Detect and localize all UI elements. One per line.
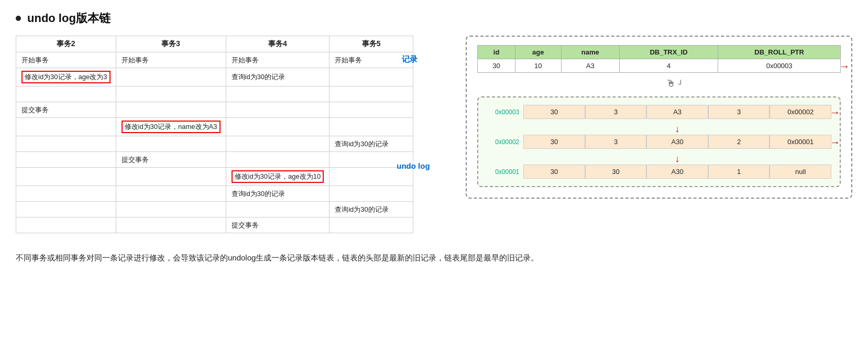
- cell-3-0: 提交事务: [16, 102, 116, 118]
- cell-6-1: 提交事务: [116, 152, 226, 168]
- cell-7-0: [16, 168, 116, 186]
- cell-1-1: [116, 68, 226, 86]
- cell-10-1: [116, 218, 226, 233]
- page-title: undo log版本链: [27, 10, 111, 26]
- highlight-cell-7-2: 修改id为30记录，age改为10: [232, 170, 324, 183]
- description-paragraph: 不同事务或相同事务对同一条记录进行修改，会导致该记录的undolog生成一条记录…: [16, 250, 644, 266]
- record-header-age: age: [515, 46, 561, 59]
- undo-cell-3-2: A30: [646, 165, 708, 179]
- cell-9-0: [16, 202, 116, 218]
- cell-6-0: [16, 152, 116, 168]
- undo-cell-3-4: null: [770, 165, 831, 179]
- cell-2-0: [16, 86, 116, 102]
- arrow-right-icon: →: [839, 60, 850, 72]
- cell-7-2: 修改id为30记录，age改为10: [226, 168, 329, 186]
- cell-0-3: 开始事务: [329, 52, 413, 68]
- cell-4-3: [329, 118, 413, 136]
- record-cell-name: A3: [561, 59, 619, 73]
- cursor-icon: 🖱 ┘: [509, 78, 841, 89]
- transaction-table-wrap: 事务2 事务3 事务4 事务5 开始事务 开始事务 开始事务 开始事务 修改id…: [16, 36, 413, 233]
- cell-10-2: 提交事务: [226, 218, 329, 233]
- diagram-wrap: 记录 undo log id age name DB_TRX_ID DB_ROL…: [429, 36, 852, 199]
- cell-5-3: 查询id为30的记录: [329, 136, 413, 152]
- cell-8-2: 查询id为30的记录: [226, 186, 329, 202]
- bullet-icon: [16, 16, 21, 21]
- cell-8-3: [329, 186, 413, 202]
- undo-cell-3-3: 1: [708, 165, 770, 179]
- highlight-cell-1-0: 修改id为30记录，age改为3: [21, 71, 111, 83]
- cell-4-1: 修改id为30记录，name改为A3: [116, 118, 226, 136]
- record-header-name: name: [561, 46, 619, 59]
- undo-addr-2: 0x00002: [487, 138, 519, 146]
- description-text: 不同事务或相同事务对同一条记录进行修改，会导致该记录的undolog生成一条记录…: [16, 250, 644, 266]
- cell-9-3: 查询id为30的记录: [329, 202, 413, 218]
- cell-4-0: [16, 118, 116, 136]
- table-row: 修改id为30记录，age改为3 查询id为30的记录: [16, 68, 413, 86]
- table-row: 修改id为30记录，age改为10: [16, 168, 413, 186]
- table-row: 开始事务 开始事务 开始事务 开始事务: [16, 52, 413, 68]
- record-cell-age: 10: [515, 59, 561, 73]
- down-arrow-1: ↓: [523, 124, 831, 134]
- cell-1-0: 修改id为30记录，age改为3: [16, 68, 116, 86]
- cell-5-0: [16, 136, 116, 152]
- undolog-label: undo log: [397, 161, 430, 170]
- cell-7-1: [116, 168, 226, 186]
- undo-cell-1-3: 3: [708, 105, 770, 119]
- undo-cell-2-3: 2: [708, 135, 770, 149]
- undo-cell-3-1: 30: [585, 165, 647, 179]
- undo-cells-1: 30 3 A3 3 0x00002 →: [523, 105, 831, 119]
- cell-9-1: [116, 202, 226, 218]
- record-header-rollptr: DB_ROLL_PTR: [718, 46, 841, 59]
- down-arrow-2: ↓: [523, 154, 831, 164]
- cell-3-2: [226, 102, 329, 118]
- undo-cell-1-1: 3: [585, 105, 647, 119]
- cell-10-3: [329, 218, 413, 233]
- record-label: 记录: [402, 55, 417, 64]
- record-data-row: 30 10 A3 4 0x00003 →: [478, 59, 841, 73]
- undo-cell-3-0: 30: [523, 165, 585, 179]
- cell-2-3: [329, 86, 413, 102]
- cell-6-2: [226, 152, 329, 168]
- col-header-3: 事务5: [329, 36, 413, 52]
- cell-2-2: [226, 86, 329, 102]
- main-content: 事务2 事务3 事务4 事务5 开始事务 开始事务 开始事务 开始事务 修改id…: [16, 36, 852, 233]
- arrow-right-icon-3: →: [830, 136, 840, 148]
- record-header-id: id: [478, 46, 515, 59]
- highlight-cell-4-1: 修改id为30记录，name改为A3: [122, 121, 221, 133]
- record-cell-rollptr: 0x00003 →: [718, 59, 841, 73]
- undo-cells-3: 30 30 A30 1 null: [523, 165, 831, 179]
- table-row: [16, 86, 413, 102]
- cell-3-3: [329, 102, 413, 118]
- arrow-right-icon-2: →: [830, 106, 840, 118]
- undo-row-1: 0x00003 30 3 A3 3 0x00002 →: [487, 105, 831, 119]
- cell-0-1: 开始事务: [116, 52, 226, 68]
- record-header-trxid: DB_TRX_ID: [619, 46, 718, 59]
- table-row: 提交事务: [16, 152, 413, 168]
- cell-3-1: [116, 102, 226, 118]
- undo-cell-2-4: 0x00001 →: [770, 135, 831, 149]
- undo-row-3: 0x00001 30 30 A30 1 null: [487, 165, 831, 179]
- undo-row-2: 0x00002 30 3 A30 2 0x00001 →: [487, 135, 831, 149]
- cell-4-2: [226, 118, 329, 136]
- undo-cells-2: 30 3 A30 2 0x00001 →: [523, 135, 831, 149]
- record-cell-trxid: 4: [619, 59, 718, 73]
- cell-1-3: [329, 68, 413, 86]
- cell-0-2: 开始事务: [226, 52, 329, 68]
- col-header-2: 事务4: [226, 36, 329, 52]
- undo-cell-2-2: A30: [646, 135, 708, 149]
- cell-8-0: [16, 186, 116, 202]
- undo-cell-1-0: 30: [523, 105, 585, 119]
- cell-5-2: [226, 136, 329, 152]
- record-cell-id: 30: [478, 59, 515, 73]
- record-table: id age name DB_TRX_ID DB_ROLL_PTR 30 10 …: [477, 45, 841, 73]
- diagram-container: 记录 undo log id age name DB_TRX_ID DB_ROL…: [429, 36, 852, 199]
- cell-1-2: 查询id为30的记录: [226, 68, 329, 86]
- table-row: 查询id为30的记录: [16, 136, 413, 152]
- undo-cell-1-2: A3: [646, 105, 708, 119]
- cell-10-0: [16, 218, 116, 233]
- cell-2-1: [116, 86, 226, 102]
- undo-addr-1: 0x00003: [487, 108, 519, 116]
- undo-addr-3: 0x00001: [487, 168, 519, 176]
- transaction-table: 事务2 事务3 事务4 事务5 开始事务 开始事务 开始事务 开始事务 修改id…: [16, 36, 413, 233]
- undo-cell-2-1: 3: [585, 135, 647, 149]
